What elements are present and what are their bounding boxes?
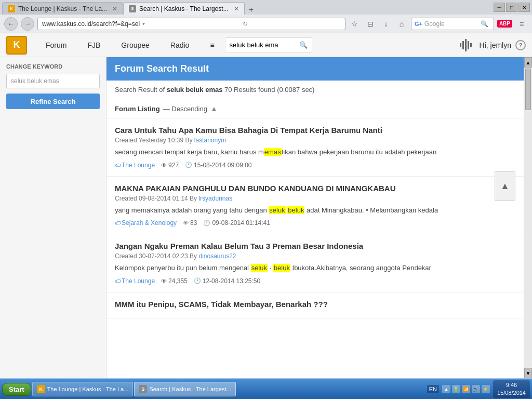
tab-title-2: Search | Kaskus - The Largest... bbox=[139, 5, 229, 12]
result-views-2: 83 bbox=[183, 219, 197, 227]
download-icon[interactable]: ↓ bbox=[380, 18, 392, 30]
svg-rect-2 bbox=[465, 39, 467, 51]
result-meta-1: Created Yesterday 10:39 By lastanonym bbox=[115, 137, 515, 144]
taskbar-item-1[interactable]: K The Lounge | Kaskus - The La... bbox=[32, 382, 134, 396]
clock-time: 9:46 bbox=[497, 381, 526, 389]
taskbar-item-2[interactable]: S Search | Kaskus - The Largest... bbox=[134, 382, 235, 396]
bookmark-icon[interactable]: ☆ bbox=[349, 18, 361, 30]
refresh-icon[interactable]: ↻ bbox=[243, 20, 341, 28]
taskbar-favicon-1: K bbox=[37, 385, 45, 393]
result-meta-2: Created 09-08-2014 01:14 By lrsyadunnas bbox=[115, 195, 515, 202]
close-button[interactable]: ✕ bbox=[518, 3, 530, 12]
tab-close-2[interactable]: ✕ bbox=[234, 5, 239, 12]
result-author-2[interactable]: lrsyadunnas bbox=[198, 195, 232, 202]
search-header-title: Forum Search Result bbox=[115, 63, 209, 74]
result-date-3: 12-08-2014 13:25:50 bbox=[194, 277, 260, 285]
clock-date: 15/08/2014 bbox=[497, 389, 526, 397]
sys-icon-4: 🔊 bbox=[472, 385, 480, 393]
results-count: 70 Results found (0.0087 sec) bbox=[224, 86, 314, 94]
highlight-1: emas bbox=[264, 148, 282, 156]
nav-groupee-label: Groupee bbox=[121, 41, 149, 49]
back-button[interactable]: ← bbox=[4, 17, 18, 31]
result-title-1[interactable]: Cara Untuk Tahu Apa Kamu Bisa Bahagia Di… bbox=[115, 126, 515, 135]
result-meta-3: Created 30-07-2014 02:23 By dinosaurus22 bbox=[115, 252, 515, 260]
result-author-3[interactable]: dinosaurus22 bbox=[198, 252, 236, 260]
window-controls: ─ □ ✕ bbox=[494, 3, 530, 12]
nav-radio[interactable]: Radio bbox=[160, 33, 200, 57]
listing-header: Forum Listing — Descending ▲ bbox=[107, 99, 524, 118]
nav-radio-label: Radio bbox=[170, 41, 190, 49]
result-item-1: Cara Untuk Tahu Apa Kamu Bisa Bahagia Di… bbox=[107, 118, 524, 177]
sys-tray: ▲ 🔋 📶 🔊 ⚡ bbox=[442, 385, 490, 393]
result-title-text-4: MMM itu Penipu, SCAMS, Tidak Membayar, B… bbox=[115, 300, 328, 309]
site-search-bar[interactable]: 🔍 bbox=[225, 37, 312, 53]
result-tag-2[interactable]: Sejarah & Xenology bbox=[115, 219, 177, 227]
help-icon[interactable]: ? bbox=[515, 40, 526, 50]
svg-rect-0 bbox=[460, 43, 461, 47]
nav-groupee[interactable]: Groupee bbox=[111, 33, 159, 57]
url-bar[interactable]: www.kaskus.co.id/search?f=&q=seluk+beluk… bbox=[37, 18, 345, 30]
new-tab-button[interactable]: + bbox=[245, 5, 258, 15]
nav-forum[interactable]: Forum bbox=[35, 33, 77, 57]
nav-fjb-label: FJB bbox=[87, 41, 100, 49]
result-title-4[interactable]: MMM itu Penipu, SCAMS, Tidak Membayar, B… bbox=[115, 300, 515, 309]
highlight-2b: beluk bbox=[287, 206, 304, 214]
site-search-icon[interactable]: 🔍 bbox=[299, 41, 308, 49]
scroll-up-button[interactable]: ▲ bbox=[495, 171, 515, 201]
result-title-3[interactable]: Jangan Ngaku Preman Kalau Belum Tau 3 Pr… bbox=[115, 242, 515, 250]
browser-search-placeholder: Google bbox=[424, 20, 477, 28]
scroll-up-arrow[interactable]: ▲ bbox=[524, 57, 532, 68]
result-author-1[interactable]: lastanonym bbox=[194, 137, 226, 144]
start-button[interactable]: Start bbox=[2, 383, 31, 396]
result-item-4: MMM itu Penipu, SCAMS, Tidak Membayar, B… bbox=[107, 292, 524, 318]
excerpt-text-3b: Ibukota.Akibatnya, seorang anggota Pende… bbox=[290, 264, 431, 272]
sort-toggle-icon[interactable]: ▲ bbox=[210, 104, 218, 113]
scrollbar[interactable]: ▲ ▼ bbox=[524, 57, 532, 378]
url-dropdown-icon[interactable]: ▾ bbox=[142, 21, 241, 26]
result-excerpt-1: sedang mencari tempat kerja baru, kamu h… bbox=[115, 147, 515, 157]
excerpt-text-2a: yang memakainya adalah orang yang tahu d… bbox=[115, 206, 269, 214]
url-text: www.kaskus.co.id/search?f=&q=seluk+beluk… bbox=[42, 20, 140, 28]
sys-icon-2: 🔋 bbox=[452, 385, 460, 393]
search-engine-label: G+ bbox=[415, 21, 422, 27]
tab-close-1[interactable]: ✕ bbox=[112, 5, 117, 12]
result-excerpt-3: Kelompok penyerbu itu pun belum mengenal… bbox=[115, 263, 515, 273]
browser-search-button[interactable]: 🔍 bbox=[479, 18, 490, 30]
taskbar-right: EN ▲ 🔋 📶 🔊 ⚡ 9:46 15/08/2014 bbox=[427, 380, 530, 398]
bookmark-manager-icon[interactable]: ⊟ bbox=[364, 18, 377, 30]
nav-forum-label: Forum bbox=[46, 41, 66, 49]
taskbar-favicon-2: S bbox=[139, 385, 147, 393]
kaskus-logo[interactable]: K bbox=[6, 36, 27, 55]
home-icon[interactable]: ⌂ bbox=[395, 18, 408, 30]
refine-search-button[interactable]: Refine Search bbox=[6, 94, 100, 109]
scroll-down-arrow[interactable]: ▼ bbox=[524, 368, 532, 378]
sys-icon-3: 📶 bbox=[462, 385, 470, 393]
keyword-input[interactable] bbox=[6, 74, 100, 88]
maximize-button[interactable]: □ bbox=[506, 3, 517, 12]
excerpt-text-1a: sedang mencari tempat kerja baru, kamu h… bbox=[115, 148, 264, 156]
result-tag-3[interactable]: The Lounge bbox=[115, 277, 155, 285]
result-title-2[interactable]: MAKNA PAKAIAN PANGHULU DAN BUNDO KANDUAN… bbox=[115, 184, 515, 193]
highlight-3b: beluk bbox=[273, 264, 290, 272]
tab-2[interactable]: S Search | Kaskus - The Largest... ✕ bbox=[123, 2, 245, 15]
minimize-button[interactable]: ─ bbox=[494, 3, 505, 12]
nav-fjb[interactable]: FJB bbox=[77, 33, 111, 57]
result-tag-1[interactable]: The Lounge bbox=[115, 162, 155, 169]
browser-search-bar[interactable]: G+ Google 🔍 bbox=[411, 18, 494, 30]
forward-button[interactable]: → bbox=[21, 17, 34, 31]
svg-rect-4 bbox=[470, 43, 472, 47]
menu-icon[interactable]: ≡ bbox=[515, 18, 528, 30]
result-title-text-2: MAKNA PAKAIAN PANGHULU DAN BUNDO KANDUAN… bbox=[115, 184, 396, 193]
result-item-3: Jangan Ngaku Preman Kalau Belum Tau 3 Pr… bbox=[107, 234, 524, 292]
sys-icon-1: ▲ bbox=[442, 385, 450, 393]
adblock-button[interactable]: ABP bbox=[497, 20, 512, 28]
result-date-2: 09-08-2014 01:14:41 bbox=[203, 219, 270, 227]
svg-rect-1 bbox=[462, 41, 464, 49]
address-bar: ← → www.kaskus.co.id/search?f=&q=seluk+b… bbox=[0, 15, 532, 33]
excerpt-text-1b: tikan bahwa pekerjaan barumu itu adalah … bbox=[282, 148, 436, 156]
nav-more[interactable]: ≡ bbox=[200, 33, 224, 57]
site-search-input[interactable] bbox=[230, 41, 297, 49]
tab-1[interactable]: K The Lounge | Kaskus - The La... ✕ bbox=[2, 2, 123, 15]
scroll-thumb[interactable] bbox=[525, 69, 531, 110]
main-layout: CHANGE KEYWORD Refine Search Forum Searc… bbox=[0, 57, 532, 378]
